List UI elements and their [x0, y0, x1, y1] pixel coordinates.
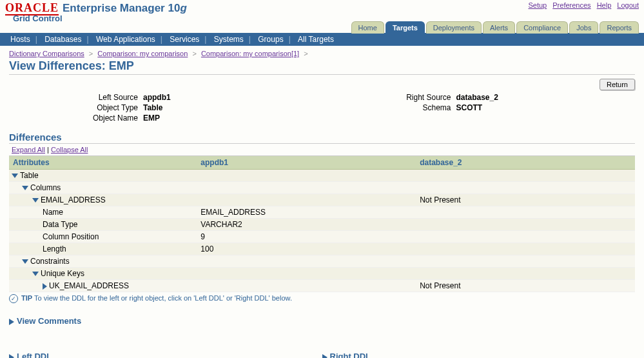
setup-link[interactable]: Setup [528, 1, 547, 9]
row-label: UK_EMAIL_ADDRESS [49, 281, 129, 290]
col-right: database_2 [416, 156, 635, 170]
preferences-link[interactable]: Preferences [552, 1, 590, 9]
subnav-groups[interactable]: Groups [258, 35, 283, 44]
oracle-logo: ORACLE [5, 1, 59, 15]
tab-compliance[interactable]: Compliance [516, 21, 568, 34]
tab-reports[interactable]: Reports [600, 21, 639, 34]
row-right-value [416, 255, 635, 268]
subnav-webapps[interactable]: Web Applications [96, 35, 155, 44]
col-attributes: Attributes [9, 156, 197, 170]
row-label: EMAIL_ADDRESS [41, 195, 106, 204]
subnav-services[interactable]: Services [170, 35, 199, 44]
row-left-value [197, 170, 416, 182]
schema-label: Schema [322, 103, 456, 112]
row-label: Table [20, 171, 39, 180]
expand-icon [9, 319, 14, 325]
expand-icon[interactable] [43, 283, 47, 290]
object-name-label: Object Name [9, 114, 143, 123]
expand-icon [322, 354, 327, 358]
subnav-hosts[interactable]: Hosts [10, 35, 30, 44]
collapse-all-link[interactable]: Collapse All [51, 146, 88, 154]
right-source-label: Right Source [322, 93, 456, 102]
subnav-databases[interactable]: Databases [44, 35, 81, 44]
differences-table: Attributes appdb1 database_2 TableColumn… [9, 156, 635, 292]
row-right-value [416, 206, 635, 219]
object-type-label: Object Type [9, 103, 143, 112]
row-right-value [416, 219, 635, 231]
collapse-icon[interactable] [32, 272, 39, 276]
tab-targets[interactable]: Targets [385, 21, 425, 34]
help-link[interactable]: Help [597, 1, 612, 9]
tab-alerts[interactable]: Alerts [483, 21, 515, 34]
grid-control-label: Grid Control [13, 14, 187, 23]
view-comments-section[interactable]: View Comments [9, 316, 635, 326]
table-row: Columns [9, 182, 635, 194]
table-row: UK_EMAIL_ADDRESSNot Present [9, 280, 635, 292]
row-right-value: Not Present [416, 194, 635, 206]
row-right-value [416, 170, 635, 182]
row-right-value [416, 182, 635, 194]
right-ddl-section[interactable]: Right DDL [322, 352, 636, 358]
tip-row: ✓ TIP To view the DDL for the left or ri… [9, 294, 635, 303]
subnav-systems[interactable]: Systems [214, 35, 244, 44]
subnav-alltargets[interactable]: All Targets [298, 35, 334, 44]
row-left-value [197, 255, 416, 268]
table-row: EMAIL_ADDRESSNot Present [9, 194, 635, 206]
row-left-value: EMAIL_ADDRESS [197, 206, 416, 219]
table-row: Length100 [9, 243, 635, 255]
breadcrumb-0[interactable]: Dictionary Comparisons [9, 50, 84, 57]
row-left-value: VARCHAR2 [197, 219, 416, 231]
left-ddl-section[interactable]: Left DDL [9, 352, 322, 358]
collapse-icon[interactable] [32, 198, 39, 203]
row-label: Length [43, 244, 66, 254]
sub-nav: Hosts| Databases| Web Applications| Serv… [0, 33, 644, 46]
row-left-value: 100 [197, 243, 416, 255]
tab-home[interactable]: Home [351, 21, 384, 34]
tip-icon: ✓ [9, 294, 18, 303]
table-row: Table [9, 170, 635, 182]
table-row: Unique Keys [9, 268, 635, 280]
row-label: Constraints [30, 257, 70, 266]
collapse-icon[interactable] [22, 259, 28, 264]
logout-link[interactable]: Logout [617, 1, 639, 9]
row-right-value [416, 231, 635, 243]
row-label: Unique Keys [41, 269, 84, 278]
differences-title: Differences [9, 132, 635, 144]
row-right-value [416, 243, 635, 255]
tab-deployments[interactable]: Deployments [426, 21, 482, 34]
table-row: Data TypeVARCHAR2 [9, 219, 635, 231]
tip-label: TIP [21, 294, 32, 302]
expand-all-link[interactable]: Expand All [12, 146, 45, 154]
breadcrumb-1[interactable]: Comparison: my comparison [97, 50, 188, 57]
col-left: appdb1 [197, 156, 416, 170]
row-label: Columns [30, 183, 61, 192]
row-left-value [197, 194, 416, 206]
row-right-value: Not Present [416, 280, 635, 292]
tab-jobs[interactable]: Jobs [569, 21, 598, 34]
row-left-value: 9 [197, 231, 416, 243]
left-source-value: appdb1 [143, 93, 171, 102]
collapse-icon[interactable] [12, 174, 18, 178]
breadcrumb-2[interactable]: Comparison: my comparison[1] [201, 50, 299, 57]
breadcrumb: Dictionary Comparisons > Comparison: my … [9, 50, 635, 57]
row-left-value [197, 280, 416, 292]
left-source-label: Left Source [9, 93, 143, 102]
collapse-icon[interactable] [22, 186, 28, 190]
row-label: Data Type [43, 220, 77, 229]
tip-text: To view the DDL for the left or right ob… [34, 294, 292, 302]
object-type-value: Table [143, 103, 162, 112]
product-title: Enterprise Manager 10g [63, 2, 187, 15]
row-label: Name [43, 208, 63, 217]
row-left-value [197, 182, 416, 194]
object-name-value: EMP [143, 114, 160, 123]
row-right-value [416, 268, 635, 280]
row-left-value [197, 268, 416, 280]
schema-value: SCOTT [456, 103, 483, 112]
table-row: Column Position9 [9, 231, 635, 243]
right-source-value: database_2 [456, 93, 498, 102]
table-row: NameEMAIL_ADDRESS [9, 206, 635, 219]
return-button[interactable]: Return [600, 79, 635, 90]
top-links: Setup Preferences Help Logout [524, 1, 639, 9]
row-label: Column Position [43, 232, 99, 241]
table-row: Constraints [9, 255, 635, 268]
